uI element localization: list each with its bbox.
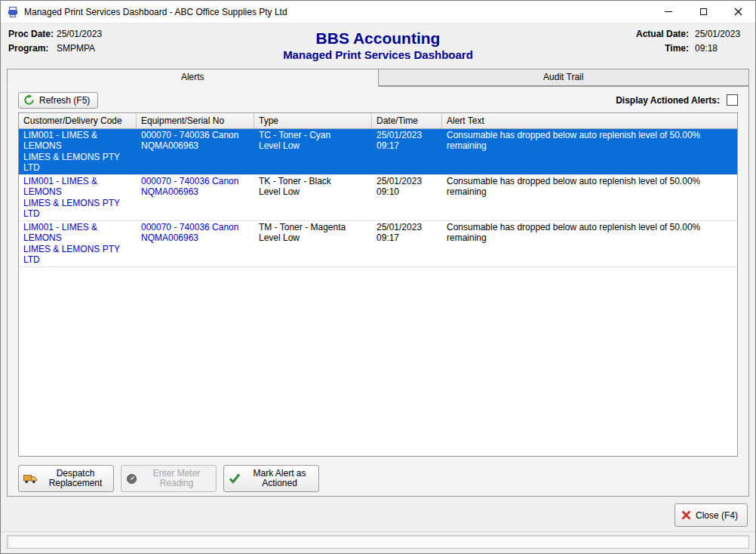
cell-equipment: 000070 - 740036 CanonNQMA006963 [137,175,254,220]
cell-datetime: 25/01/202309:10 [372,175,442,220]
alert-row[interactable]: LIM001 - LIMES & LEMONSLIMES & LEMONS PT… [19,221,737,267]
gauge-icon [126,473,137,485]
cell-customer: LIM001 - LIMES & LEMONSLIMES & LEMONS PT… [19,129,137,174]
cell-equipment: 000070 - 740036 CanonNQMA006963 [137,129,254,174]
column-header-equipment: Equipment/Serial No [137,113,254,128]
minimize-button[interactable] [651,1,686,23]
dashboard-header: Proc Date: 25/01/2023 Program: SMPMPA BB… [1,23,755,67]
alerts-table-header: Customer/Delivery Code Equipment/Serial … [19,113,737,129]
header-left: Proc Date: 25/01/2023 Program: SMPMPA [8,29,102,57]
program-label: Program: [8,43,57,54]
app-icon [7,6,19,18]
display-actioned-group: Display Actioned Alerts: [616,94,738,106]
maximize-button[interactable] [686,1,721,23]
titlebar: Managed Print Services Dashboard - ABC O… [1,1,755,23]
display-actioned-checkbox[interactable] [727,94,738,106]
column-header-customer: Customer/Delivery Code [19,113,137,128]
close-window-button[interactable] [721,1,755,23]
close-button[interactable]: Close (F4) [675,503,748,527]
window-controls [651,1,755,23]
app-window: Managed Print Services Dashboard - ABC O… [0,0,756,554]
cell-datetime: 25/01/202309:17 [372,129,442,174]
enter-meter-reading-button[interactable]: Enter Meter Reading [121,465,217,492]
maximize-icon [700,8,707,15]
time-label: Time: [628,43,689,54]
close-button-label: Close (F4) [696,510,738,521]
status-row [1,531,755,553]
mark-alert-actioned-label: Mark Alert as Actioned [245,469,314,488]
mark-alert-actioned-button[interactable]: Mark Alert as Actioned [223,465,319,492]
status-bar [7,535,749,549]
red-x-icon [681,510,691,520]
despatch-replacement-label: Despatch Replacement [42,469,109,488]
minimize-icon [665,11,672,12]
footer-bar: Close (F4) [1,497,755,533]
column-header-type: Type [254,113,372,128]
cell-equipment: 000070 - 740036 CanonNQMA006963 [137,221,254,266]
alert-actions: Despatch Replacement Enter Meter Reading [8,461,748,496]
program-value: SMPMPA [57,43,95,54]
alerts-panel: Refresh (F5) Display Actioned Alerts: Cu… [7,86,749,497]
window-title: Managed Print Services Dashboard - ABC O… [24,7,287,17]
alerts-table: Customer/Delivery Code Equipment/Serial … [18,112,738,457]
checkmark-icon [229,473,241,484]
proc-date-value: 25/01/2023 [57,29,102,39]
tab-audit-trail[interactable]: Audit Trail [379,69,750,86]
actual-date-value: 25/01/2023 [695,29,748,39]
display-actioned-label: Display Actioned Alerts: [616,95,720,106]
cell-type: TK - Toner - BlackLevel Low [254,175,372,220]
actual-date-label: Actual Date: [628,29,689,39]
cell-alert-text: Consumable has dropped below auto replen… [442,221,737,266]
alerts-toolbar: Refresh (F5) Display Actioned Alerts: [8,87,748,111]
enter-meter-reading-label: Enter Meter Reading [142,469,211,488]
refresh-button[interactable]: Refresh (F5) [18,92,98,109]
cell-customer: LIM001 - LIMES & LEMONSLIMES & LEMONS PT… [19,221,137,266]
cell-customer: LIM001 - LIMES & LEMONSLIMES & LEMONS PT… [19,175,137,220]
refresh-button-label: Refresh (F5) [39,95,90,106]
cell-datetime: 25/01/202309:17 [372,221,442,266]
tab-alerts[interactable]: Alerts [7,69,379,87]
time-value: 09:18 [695,43,748,54]
alert-row[interactable]: LIM001 - LIMES & LEMONSLIMES & LEMONS PT… [19,175,737,221]
column-header-alert-text: Alert Text [442,113,737,128]
cell-type: TM - Toner - MagentaLevel Low [254,221,372,266]
close-icon [734,8,742,16]
cell-alert-text: Consumable has dropped below auto replen… [442,129,737,174]
refresh-icon [23,94,35,106]
proc-date-label: Proc Date: [8,29,57,39]
despatch-replacement-button[interactable]: Despatch Replacement [18,465,114,492]
column-header-datetime: Date/Time [372,113,442,128]
tab-strip: Alerts Audit Trail [7,69,749,86]
cell-alert-text: Consumable has dropped below auto replen… [442,175,737,220]
truck-icon [23,473,38,484]
cell-type: TC - Toner - CyanLevel Low [254,129,372,174]
header-right: Actual Date: 25/01/2023 Time: 09:18 [628,29,748,57]
alert-row[interactable]: LIM001 - LIMES & LEMONSLIMES & LEMONS PT… [19,129,737,175]
